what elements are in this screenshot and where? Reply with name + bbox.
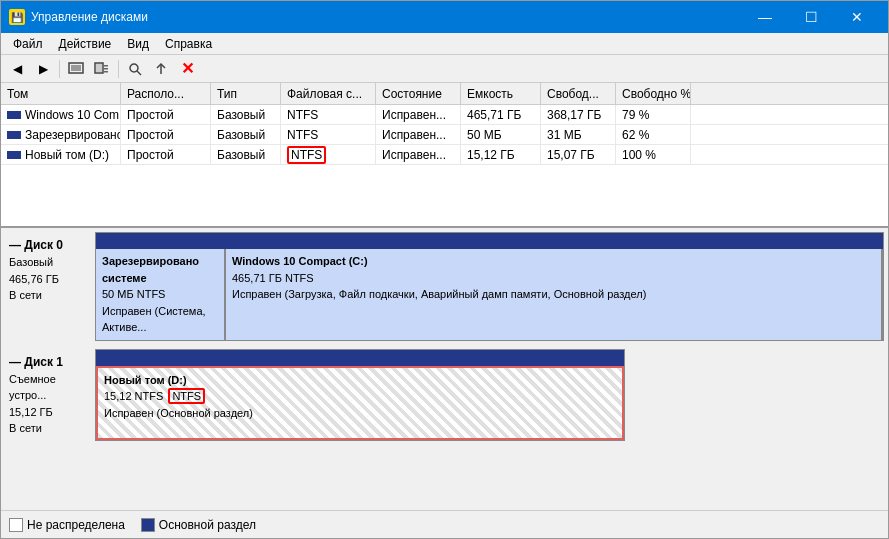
cell-loc-2: Простой bbox=[121, 145, 211, 164]
cell-status-2: Исправен... bbox=[376, 145, 461, 164]
separator-2 bbox=[118, 60, 119, 78]
cell-free-pct-0: 79 % bbox=[616, 105, 691, 124]
cell-tom-2: Новый том (D:) bbox=[1, 145, 121, 164]
disk-0-partition-main[interactable]: Windows 10 Compact (C:) 465,71 ГБ NTFS И… bbox=[226, 249, 883, 340]
partition-system-size: 50 МБ NTFS bbox=[102, 286, 218, 303]
legend-box-unallocated bbox=[9, 518, 23, 532]
cell-free-pct-1: 62 % bbox=[616, 125, 691, 144]
cell-type-1: Базовый bbox=[211, 125, 281, 144]
disk-0-type: Базовый bbox=[9, 254, 91, 271]
partition-main-status: Исправен (Загрузка, Файл подкачки, Авари… bbox=[232, 286, 875, 303]
cell-loc-1: Простой bbox=[121, 125, 211, 144]
minimize-button[interactable]: — bbox=[742, 5, 788, 29]
col-header-free-pct[interactable]: Свободно % bbox=[616, 83, 691, 104]
cell-fs-1: NTFS bbox=[281, 125, 376, 144]
menu-help[interactable]: Справка bbox=[157, 35, 220, 53]
table-row[interactable]: Windows 10 Com... Простой Базовый NTFS И… bbox=[1, 105, 888, 125]
cell-free-2: 15,07 ГБ bbox=[541, 145, 616, 164]
menu-file[interactable]: Файл bbox=[5, 35, 51, 53]
table-body: Windows 10 Com... Простой Базовый NTFS И… bbox=[1, 105, 888, 228]
disk-0-header-bar bbox=[96, 233, 883, 249]
svg-line-8 bbox=[137, 71, 141, 75]
disk-visualization-area: — Диск 0 Базовый 465,76 ГБ В сети Зарезе… bbox=[1, 228, 888, 510]
menu-view[interactable]: Вид bbox=[119, 35, 157, 53]
menu-bar: Файл Действие Вид Справка bbox=[1, 33, 888, 55]
cell-type-0: Базовый bbox=[211, 105, 281, 124]
cell-status-1: Исправен... bbox=[376, 125, 461, 144]
svg-rect-3 bbox=[96, 64, 102, 72]
disk-0-partition-system[interactable]: Зарезервировано системе 50 МБ NTFS Испра… bbox=[96, 249, 226, 340]
disk-1-label: — Диск 1 Съемное устро... 15,12 ГБ В сет… bbox=[5, 349, 95, 441]
disk-1-title: — Диск 1 bbox=[9, 353, 91, 371]
legend-item-unallocated: Не распределена bbox=[9, 518, 125, 532]
separator-1 bbox=[59, 60, 60, 78]
col-header-tom[interactable]: Том bbox=[1, 83, 121, 104]
legend-box-primary bbox=[141, 518, 155, 532]
title-bar-controls: — ☐ ✕ bbox=[742, 5, 880, 29]
partition-d-status: Исправен (Основной раздел) bbox=[104, 405, 616, 422]
cell-cap-1: 50 МБ bbox=[461, 125, 541, 144]
table-row[interactable]: Новый том (D:) Простой Базовый NTFS Испр… bbox=[1, 145, 888, 165]
maximize-button[interactable]: ☐ bbox=[788, 5, 834, 29]
col-header-capacity[interactable]: Емкость bbox=[461, 83, 541, 104]
close-button[interactable]: ✕ bbox=[834, 5, 880, 29]
title-bar: 💾 Управление дисками — ☐ ✕ bbox=[1, 1, 888, 33]
svg-rect-5 bbox=[104, 68, 108, 70]
disk-1-partition-d[interactable]: Новый том (D:) 15,12 NTFS NTFS Исправен … bbox=[96, 366, 624, 440]
disk-0-row: — Диск 0 Базовый 465,76 ГБ В сети Зарезе… bbox=[5, 232, 884, 341]
disk-0-partitions-inner: Зарезервировано системе 50 МБ NTFS Испра… bbox=[96, 249, 883, 340]
svg-rect-1 bbox=[71, 65, 81, 71]
partition-main-size: 465,71 ГБ NTFS bbox=[232, 270, 875, 287]
disk-0-label: — Диск 0 Базовый 465,76 ГБ В сети bbox=[5, 232, 95, 341]
cell-type-2: Базовый bbox=[211, 145, 281, 164]
disk-0-title: — Диск 0 bbox=[9, 236, 91, 254]
back-button[interactable]: ◀ bbox=[5, 58, 29, 80]
cell-loc-0: Простой bbox=[121, 105, 211, 124]
delete-button[interactable]: ✕ bbox=[175, 58, 199, 80]
toolbar-btn-4[interactable] bbox=[149, 58, 173, 80]
cell-free-pct-2: 100 % bbox=[616, 145, 691, 164]
cell-free-1: 31 МБ bbox=[541, 125, 616, 144]
col-header-fs[interactable]: Файловая с... bbox=[281, 83, 376, 104]
main-content: Том Располо... Тип Файловая с... Состоян… bbox=[1, 83, 888, 538]
disk-1-partitions-inner: Новый том (D:) 15,12 NTFS NTFS Исправен … bbox=[96, 366, 624, 440]
cell-tom-1: Зарезервировано... bbox=[1, 125, 121, 144]
forward-button[interactable]: ▶ bbox=[31, 58, 55, 80]
disk-1-type: Съемное устро... bbox=[9, 371, 91, 404]
cell-cap-2: 15,12 ГБ bbox=[461, 145, 541, 164]
cell-tom-0: Windows 10 Com... bbox=[1, 105, 121, 124]
svg-point-7 bbox=[130, 64, 138, 72]
cell-cap-0: 465,71 ГБ bbox=[461, 105, 541, 124]
cell-free-0: 368,17 ГБ bbox=[541, 105, 616, 124]
col-header-type[interactable]: Тип bbox=[211, 83, 281, 104]
col-header-status[interactable]: Состояние bbox=[376, 83, 461, 104]
disk-1-header-bar bbox=[96, 350, 624, 366]
toolbar-btn-2[interactable] bbox=[90, 58, 114, 80]
title-bar-left: 💾 Управление дисками bbox=[9, 9, 148, 25]
col-header-location[interactable]: Располо... bbox=[121, 83, 211, 104]
legend-item-primary: Основной раздел bbox=[141, 518, 256, 532]
legend-label-unallocated: Не распределена bbox=[27, 518, 125, 532]
disk-1-size: 15,12 ГБ bbox=[9, 404, 91, 421]
window-icon: 💾 bbox=[9, 9, 25, 25]
partition-d-size: 15,12 NTFS NTFS bbox=[104, 388, 616, 405]
disk-1-partitions: Новый том (D:) 15,12 NTFS NTFS Исправен … bbox=[95, 349, 625, 441]
ntfs-highlight-table: NTFS bbox=[287, 146, 326, 164]
toolbar-btn-3[interactable] bbox=[123, 58, 147, 80]
disk-0-status: В сети bbox=[9, 287, 91, 304]
legend: Не распределена Основной раздел bbox=[1, 510, 888, 538]
partition-main-name: Windows 10 Compact (C:) bbox=[232, 253, 875, 270]
ntfs-highlight-disk: NTFS bbox=[168, 388, 205, 404]
table-row[interactable]: Зарезервировано... Простой Базовый NTFS … bbox=[1, 125, 888, 145]
main-window: 💾 Управление дисками — ☐ ✕ Файл Действие… bbox=[0, 0, 889, 539]
disk-icon-1 bbox=[7, 131, 21, 139]
disk-0-partitions: Зарезервировано системе 50 МБ NTFS Испра… bbox=[95, 232, 884, 341]
window-title: Управление дисками bbox=[31, 10, 148, 24]
svg-rect-6 bbox=[104, 71, 108, 73]
toolbar-btn-1[interactable] bbox=[64, 58, 88, 80]
partition-system-name: Зарезервировано системе bbox=[102, 253, 218, 286]
disk-1-status: В сети bbox=[9, 420, 91, 437]
col-header-free[interactable]: Свобод... bbox=[541, 83, 616, 104]
menu-action[interactable]: Действие bbox=[51, 35, 120, 53]
cell-fs-2: NTFS bbox=[281, 145, 376, 164]
